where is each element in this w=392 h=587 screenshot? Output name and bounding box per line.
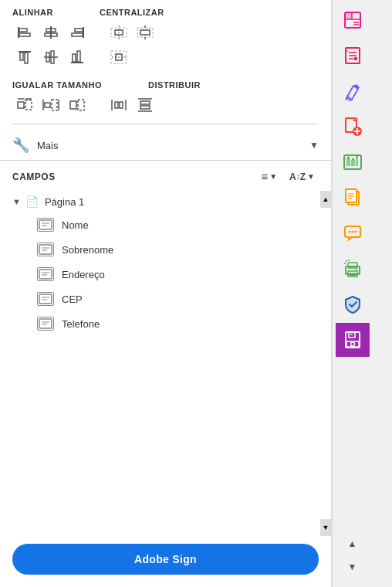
field-cep[interactable]: CEP (0, 287, 331, 311)
svg-rect-47 (140, 106, 150, 109)
svg-point-105 (348, 260, 350, 261)
igualar-both-icon[interactable] (65, 94, 90, 116)
svg-rect-29 (25, 100, 32, 110)
svg-rect-38 (78, 100, 84, 110)
svg-point-86 (352, 158, 354, 161)
svg-rect-37 (70, 101, 76, 109)
svg-rect-48 (39, 220, 52, 229)
campos-filter-button[interactable]: ≡ ▼ (257, 168, 281, 185)
sidebar-save-icon[interactable] (336, 323, 370, 357)
svg-rect-7 (75, 29, 83, 32)
igualar-height-icon[interactable] (39, 94, 63, 116)
sidebar-comment-icon[interactable] (336, 216, 370, 250)
field-type-sobrenome-icon (37, 243, 54, 256)
filter-lines-icon: ≡ (261, 170, 268, 183)
centralize-v-icon[interactable] (106, 46, 131, 68)
field-type-nome-icon (37, 218, 54, 232)
sidebar-layout-icon[interactable] (336, 3, 370, 37)
sidebar-form-icon[interactable] (336, 39, 370, 73)
mais-label: Mais (37, 140, 309, 151)
svg-rect-18 (25, 53, 28, 63)
section-divider-1 (12, 124, 319, 124)
nav-up-button[interactable]: ▲ (336, 533, 370, 555)
svg-rect-24 (77, 51, 80, 62)
tools-icon: 🔧 (12, 137, 29, 154)
field-cep-label: CEP (62, 294, 83, 305)
scroll-down-arrow[interactable]: ▼ (320, 519, 331, 536)
field-type-telefone-icon (37, 317, 54, 331)
align-left-icon[interactable] (12, 22, 37, 43)
svg-point-101 (356, 269, 357, 270)
field-list-scroll[interactable]: ▼ 📄 Página 1 Nome (0, 191, 331, 536)
field-sobrenome-label: Sobrenome (62, 244, 113, 256)
sidebar-shield-icon[interactable] (336, 287, 370, 321)
align-right-icon[interactable] (65, 22, 90, 43)
igualar-width-icon[interactable] (12, 94, 37, 116)
svg-rect-2 (19, 33, 30, 36)
nav-down-icon: ▼ (348, 562, 357, 572)
field-type-cep-icon (37, 292, 54, 306)
svg-rect-1 (19, 29, 27, 32)
svg-rect-42 (115, 102, 118, 108)
sidebar-print-icon[interactable] (336, 252, 370, 286)
mais-section[interactable]: 🔧 Mais ▼ (0, 131, 331, 160)
nav-down-button[interactable]: ▼ (336, 556, 370, 578)
svg-line-76 (346, 97, 350, 98)
svg-rect-12 (137, 28, 153, 37)
align-center-h-icon[interactable] (39, 22, 63, 43)
sidebar-timeline-icon[interactable] (336, 145, 370, 179)
field-nome-label: Nome (62, 219, 89, 231)
centralizar-label: CENTRALIZAR (100, 8, 164, 17)
svg-rect-84 (356, 157, 358, 166)
az-chevron-icon: ▼ (307, 172, 315, 181)
field-type-endereco-icon (37, 267, 54, 281)
svg-point-106 (344, 263, 346, 264)
nav-up-icon: ▲ (348, 538, 357, 549)
svg-rect-57 (39, 294, 52, 304)
igualar-row (0, 93, 331, 117)
align-row-1 (0, 20, 331, 45)
svg-point-97 (354, 231, 357, 233)
distribuir-v-icon[interactable] (133, 94, 157, 116)
right-sidebar: ▲ ▼ (332, 0, 372, 587)
svg-point-111 (350, 342, 354, 346)
align-middle-v-icon[interactable] (39, 46, 63, 68)
svg-rect-34 (52, 100, 57, 110)
scroll-up-icon: ▲ (323, 195, 329, 203)
svg-point-85 (347, 157, 350, 159)
centralize-h-icon[interactable] (106, 22, 131, 43)
campos-header: CAMPOS ≡ ▼ A ↕ Z ▼ (0, 161, 331, 191)
page-doc-icon: 📄 (25, 195, 39, 208)
scroll-up-arrow[interactable]: ▲ (320, 191, 331, 208)
field-nome[interactable]: Nome (0, 212, 331, 237)
svg-rect-54 (39, 270, 52, 279)
igualar-distribuir-header: IGUALAR TAMANHO DISTRIBUIR (0, 73, 331, 93)
align-top-icon[interactable] (12, 46, 37, 68)
nav-arrows: ▲ ▼ (336, 533, 370, 584)
svg-rect-73 (354, 57, 357, 60)
field-sobrenome[interactable]: Sobrenome (0, 237, 331, 262)
svg-rect-60 (39, 319, 52, 328)
sidebar-copy-icon[interactable] (336, 181, 370, 215)
align-bottom-icon[interactable] (65, 46, 90, 68)
svg-rect-64 (345, 12, 352, 19)
page-chevron-icon: ▼ (12, 197, 21, 206)
campos-az-button[interactable]: A ↕ Z ▼ (286, 170, 319, 184)
svg-point-104 (346, 260, 347, 262)
field-telefone-label: Telefone (62, 318, 100, 330)
page-1-item[interactable]: ▼ 📄 Página 1 (0, 191, 331, 212)
svg-point-95 (348, 231, 350, 233)
svg-rect-28 (18, 102, 24, 108)
sidebar-pdf-add-icon[interactable] (336, 110, 370, 144)
alinhar-label: ALINHAR (12, 8, 53, 17)
adobe-sign-button[interactable]: Adobe Sign (12, 544, 319, 575)
distribuir-h-icon[interactable] (106, 94, 131, 116)
field-endereco-label: Endereço (62, 269, 105, 280)
sidebar-edit-icon[interactable] (336, 74, 370, 108)
field-telefone[interactable]: Telefone (0, 311, 331, 336)
field-endereco[interactable]: Endereço (0, 262, 331, 287)
svg-rect-46 (140, 101, 150, 104)
centralize-page-icon[interactable] (133, 22, 157, 43)
svg-rect-82 (346, 158, 350, 166)
mais-chevron-icon: ▼ (309, 140, 319, 151)
